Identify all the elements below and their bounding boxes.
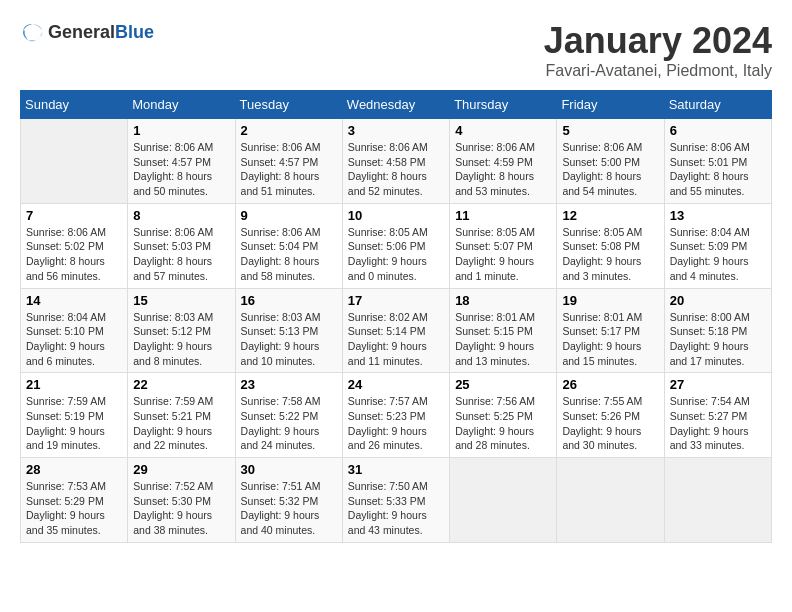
day-header-sunday: Sunday — [21, 91, 128, 119]
calendar-cell: 27Sunrise: 7:54 AMSunset: 5:27 PMDayligh… — [664, 373, 771, 458]
day-header-monday: Monday — [128, 91, 235, 119]
cell-info: Sunrise: 8:06 AMSunset: 5:04 PMDaylight:… — [241, 225, 337, 284]
calendar-cell: 9Sunrise: 8:06 AMSunset: 5:04 PMDaylight… — [235, 203, 342, 288]
day-number: 1 — [133, 123, 229, 138]
logo: GeneralBlue — [20, 20, 154, 44]
day-number: 13 — [670, 208, 766, 223]
day-number: 11 — [455, 208, 551, 223]
day-number: 21 — [26, 377, 122, 392]
calendar-cell: 20Sunrise: 8:00 AMSunset: 5:18 PMDayligh… — [664, 288, 771, 373]
day-number: 31 — [348, 462, 444, 477]
day-number: 30 — [241, 462, 337, 477]
week-row-4: 21Sunrise: 7:59 AMSunset: 5:19 PMDayligh… — [21, 373, 772, 458]
cell-info: Sunrise: 7:59 AMSunset: 5:21 PMDaylight:… — [133, 394, 229, 453]
day-number: 9 — [241, 208, 337, 223]
cell-info: Sunrise: 7:55 AMSunset: 5:26 PMDaylight:… — [562, 394, 658, 453]
day-number: 16 — [241, 293, 337, 308]
cell-info: Sunrise: 7:57 AMSunset: 5:23 PMDaylight:… — [348, 394, 444, 453]
day-number: 14 — [26, 293, 122, 308]
day-number: 24 — [348, 377, 444, 392]
day-number: 12 — [562, 208, 658, 223]
calendar-cell: 16Sunrise: 8:03 AMSunset: 5:13 PMDayligh… — [235, 288, 342, 373]
calendar-cell: 15Sunrise: 8:03 AMSunset: 5:12 PMDayligh… — [128, 288, 235, 373]
calendar-cell: 25Sunrise: 7:56 AMSunset: 5:25 PMDayligh… — [450, 373, 557, 458]
day-number: 8 — [133, 208, 229, 223]
cell-info: Sunrise: 8:02 AMSunset: 5:14 PMDaylight:… — [348, 310, 444, 369]
cell-info: Sunrise: 7:54 AMSunset: 5:27 PMDaylight:… — [670, 394, 766, 453]
day-number: 4 — [455, 123, 551, 138]
cell-info: Sunrise: 8:04 AMSunset: 5:09 PMDaylight:… — [670, 225, 766, 284]
cell-info: Sunrise: 8:06 AMSunset: 5:02 PMDaylight:… — [26, 225, 122, 284]
calendar-cell: 31Sunrise: 7:50 AMSunset: 5:33 PMDayligh… — [342, 458, 449, 543]
cell-info: Sunrise: 8:06 AMSunset: 4:57 PMDaylight:… — [133, 140, 229, 199]
day-number: 15 — [133, 293, 229, 308]
calendar-cell — [21, 119, 128, 204]
calendar-cell: 18Sunrise: 8:01 AMSunset: 5:15 PMDayligh… — [450, 288, 557, 373]
day-header-wednesday: Wednesday — [342, 91, 449, 119]
calendar-cell: 19Sunrise: 8:01 AMSunset: 5:17 PMDayligh… — [557, 288, 664, 373]
cell-info: Sunrise: 8:04 AMSunset: 5:10 PMDaylight:… — [26, 310, 122, 369]
page-header: GeneralBlue January 2024 Favari-Avatanei… — [20, 20, 772, 80]
cell-info: Sunrise: 7:53 AMSunset: 5:29 PMDaylight:… — [26, 479, 122, 538]
calendar-cell: 3Sunrise: 8:06 AMSunset: 4:58 PMDaylight… — [342, 119, 449, 204]
cell-info: Sunrise: 8:06 AMSunset: 4:57 PMDaylight:… — [241, 140, 337, 199]
day-number: 17 — [348, 293, 444, 308]
calendar-cell — [664, 458, 771, 543]
calendar-cell: 26Sunrise: 7:55 AMSunset: 5:26 PMDayligh… — [557, 373, 664, 458]
day-number: 25 — [455, 377, 551, 392]
location: Favari-Avatanei, Piedmont, Italy — [544, 62, 772, 80]
day-number: 28 — [26, 462, 122, 477]
week-row-5: 28Sunrise: 7:53 AMSunset: 5:29 PMDayligh… — [21, 458, 772, 543]
week-row-2: 7Sunrise: 8:06 AMSunset: 5:02 PMDaylight… — [21, 203, 772, 288]
cell-info: Sunrise: 8:05 AMSunset: 5:06 PMDaylight:… — [348, 225, 444, 284]
calendar-cell: 22Sunrise: 7:59 AMSunset: 5:21 PMDayligh… — [128, 373, 235, 458]
cell-info: Sunrise: 8:06 AMSunset: 4:58 PMDaylight:… — [348, 140, 444, 199]
day-number: 29 — [133, 462, 229, 477]
calendar-cell: 21Sunrise: 7:59 AMSunset: 5:19 PMDayligh… — [21, 373, 128, 458]
calendar-cell: 13Sunrise: 8:04 AMSunset: 5:09 PMDayligh… — [664, 203, 771, 288]
day-number: 26 — [562, 377, 658, 392]
day-number: 10 — [348, 208, 444, 223]
calendar-cell: 2Sunrise: 8:06 AMSunset: 4:57 PMDaylight… — [235, 119, 342, 204]
cell-info: Sunrise: 7:56 AMSunset: 5:25 PMDaylight:… — [455, 394, 551, 453]
calendar-cell: 5Sunrise: 8:06 AMSunset: 5:00 PMDaylight… — [557, 119, 664, 204]
days-header-row: SundayMondayTuesdayWednesdayThursdayFrid… — [21, 91, 772, 119]
calendar-cell: 23Sunrise: 7:58 AMSunset: 5:22 PMDayligh… — [235, 373, 342, 458]
logo-blue: Blue — [115, 22, 154, 42]
calendar-cell: 8Sunrise: 8:06 AMSunset: 5:03 PMDaylight… — [128, 203, 235, 288]
calendar-cell: 11Sunrise: 8:05 AMSunset: 5:07 PMDayligh… — [450, 203, 557, 288]
week-row-3: 14Sunrise: 8:04 AMSunset: 5:10 PMDayligh… — [21, 288, 772, 373]
day-header-thursday: Thursday — [450, 91, 557, 119]
calendar-cell: 24Sunrise: 7:57 AMSunset: 5:23 PMDayligh… — [342, 373, 449, 458]
calendar-table: SundayMondayTuesdayWednesdayThursdayFrid… — [20, 90, 772, 543]
day-header-tuesday: Tuesday — [235, 91, 342, 119]
calendar-cell: 30Sunrise: 7:51 AMSunset: 5:32 PMDayligh… — [235, 458, 342, 543]
month-year: January 2024 — [544, 20, 772, 62]
day-number: 18 — [455, 293, 551, 308]
cell-info: Sunrise: 8:01 AMSunset: 5:17 PMDaylight:… — [562, 310, 658, 369]
day-number: 7 — [26, 208, 122, 223]
cell-info: Sunrise: 7:51 AMSunset: 5:32 PMDaylight:… — [241, 479, 337, 538]
calendar-cell: 1Sunrise: 8:06 AMSunset: 4:57 PMDaylight… — [128, 119, 235, 204]
calendar-cell: 28Sunrise: 7:53 AMSunset: 5:29 PMDayligh… — [21, 458, 128, 543]
title-block: January 2024 Favari-Avatanei, Piedmont, … — [544, 20, 772, 80]
calendar-cell: 17Sunrise: 8:02 AMSunset: 5:14 PMDayligh… — [342, 288, 449, 373]
day-number: 22 — [133, 377, 229, 392]
cell-info: Sunrise: 8:05 AMSunset: 5:07 PMDaylight:… — [455, 225, 551, 284]
cell-info: Sunrise: 8:06 AMSunset: 5:00 PMDaylight:… — [562, 140, 658, 199]
cell-info: Sunrise: 8:03 AMSunset: 5:13 PMDaylight:… — [241, 310, 337, 369]
cell-info: Sunrise: 8:01 AMSunset: 5:15 PMDaylight:… — [455, 310, 551, 369]
day-number: 23 — [241, 377, 337, 392]
cell-info: Sunrise: 8:03 AMSunset: 5:12 PMDaylight:… — [133, 310, 229, 369]
day-header-saturday: Saturday — [664, 91, 771, 119]
calendar-cell: 29Sunrise: 7:52 AMSunset: 5:30 PMDayligh… — [128, 458, 235, 543]
calendar-cell: 6Sunrise: 8:06 AMSunset: 5:01 PMDaylight… — [664, 119, 771, 204]
cell-info: Sunrise: 7:50 AMSunset: 5:33 PMDaylight:… — [348, 479, 444, 538]
week-row-1: 1Sunrise: 8:06 AMSunset: 4:57 PMDaylight… — [21, 119, 772, 204]
logo-general: General — [48, 22, 115, 42]
day-number: 6 — [670, 123, 766, 138]
logo-text: GeneralBlue — [48, 22, 154, 43]
day-number: 27 — [670, 377, 766, 392]
calendar-cell: 12Sunrise: 8:05 AMSunset: 5:08 PMDayligh… — [557, 203, 664, 288]
calendar-cell: 7Sunrise: 8:06 AMSunset: 5:02 PMDaylight… — [21, 203, 128, 288]
